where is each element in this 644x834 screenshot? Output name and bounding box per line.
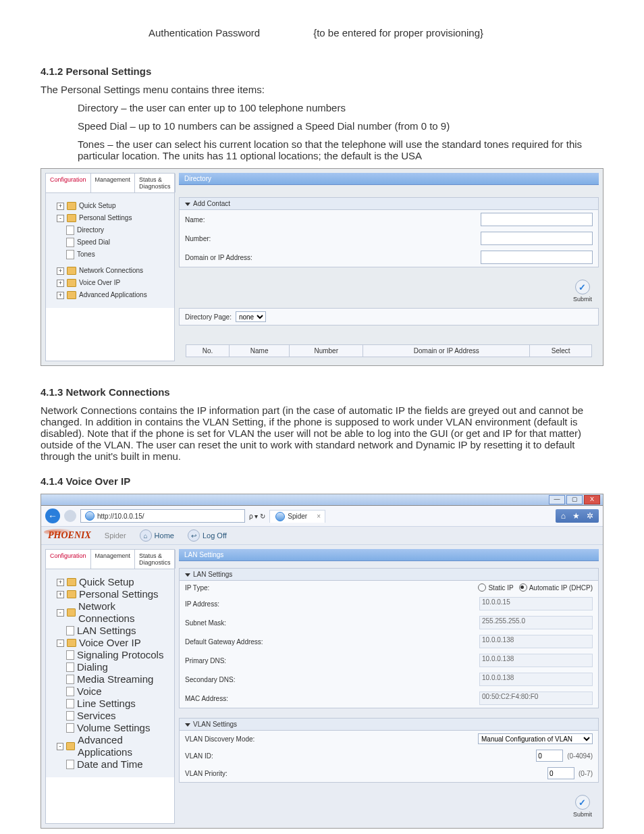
number-input[interactable] — [481, 232, 593, 245]
tree-label: Directory — [77, 224, 104, 236]
vlan-id-input[interactable] — [536, 750, 563, 762]
tree-speed-dial[interactable]: Speed Dial — [66, 236, 170, 249]
collapse-icon[interactable]: - — [57, 640, 64, 647]
row-ip: IP Address:10.0.0.15 — [180, 594, 598, 613]
submit-button[interactable]: ✓Submit — [573, 280, 592, 303]
expand-icon[interactable]: + — [57, 591, 64, 598]
close-tab-icon[interactable]: × — [317, 513, 321, 520]
tools-icon[interactable]: ✲ — [587, 511, 593, 521]
tree-line-settings[interactable]: Line Settings — [66, 698, 170, 710]
tree-voip[interactable]: -Voice Over IP — [57, 637, 170, 649]
tree-label: Quick Setup — [79, 576, 134, 588]
collapse-icon[interactable]: - — [57, 743, 63, 750]
tab-configuration[interactable]: Configuration — [46, 550, 91, 569]
head-label: VLAN Settings — [193, 721, 237, 728]
row-vlan-mode: VLAN Discovery Mode: Manual Configuratio… — [180, 731, 598, 747]
back-button[interactable]: ← — [45, 509, 60, 523]
search-refresh-icons[interactable]: ρ ▾ ↻ — [249, 513, 265, 520]
tab-configuration[interactable]: Configuration — [46, 174, 91, 192]
dhcp-radio[interactable] — [519, 583, 527, 592]
expand-icon[interactable]: + — [57, 280, 64, 287]
domain-label: Domain or IP Address: — [185, 254, 290, 261]
page-icon — [66, 675, 74, 684]
vlan-mode-select[interactable]: Manual Configuration of VLAN — [478, 733, 593, 744]
maximize-button[interactable]: ▢ — [566, 495, 583, 504]
tree-personal-settings[interactable]: +Personal Settings — [57, 588, 170, 600]
collapse-icon[interactable]: - — [57, 609, 64, 617]
tab-status[interactable]: Status & Diagnostics — [135, 550, 176, 569]
tab-management[interactable]: Management — [91, 174, 136, 192]
page-icon — [66, 226, 74, 235]
tree-dialing[interactable]: Dialing — [66, 661, 170, 673]
tree-volume-settings[interactable]: Volume Settings — [66, 722, 170, 734]
name-input[interactable] — [481, 213, 593, 226]
tree-label: Advanced Applications — [79, 289, 147, 301]
page-icon — [66, 662, 74, 672]
sidebar: Configuration Management Status & Diagno… — [45, 173, 175, 361]
vlan-prio-label: VLAN Priority: — [185, 770, 290, 777]
submit-area: ✓Submit — [179, 277, 599, 308]
url-field[interactable]: http://10.0.0.15/ — [80, 509, 245, 523]
submit-label: Submit — [573, 296, 592, 303]
favorites-icon[interactable]: ★ — [572, 511, 580, 521]
expand-icon[interactable]: + — [57, 579, 64, 586]
page-icon — [66, 250, 74, 259]
forward-button[interactable] — [64, 510, 76, 522]
tree-advanced-applications[interactable]: +Advanced Applications — [57, 289, 170, 301]
row-vlan-id: VLAN ID: (0-4094) — [180, 747, 598, 764]
lan-head: LAN Settings — [180, 569, 598, 581]
tree-directory[interactable]: Directory — [66, 224, 170, 236]
section-414-title: 4.1.4 Voice Over IP — [41, 475, 603, 487]
bullet-speed-dial: Speed Dial – up to 10 numbers can be ass… — [78, 120, 603, 132]
tree-services[interactable]: Services — [66, 710, 170, 722]
ie-icon — [85, 511, 95, 521]
tree-voice[interactable]: Voice — [66, 685, 170, 698]
iptype-label: IP Type: — [185, 584, 290, 592]
logoff-link[interactable]: ↩Log Off — [188, 529, 227, 542]
tree-media-streaming[interactable]: Media Streaming — [66, 673, 170, 685]
tab-management[interactable]: Management — [91, 550, 136, 569]
close-button[interactable]: X — [584, 495, 600, 504]
tree-network-connections[interactable]: -Network Connections — [57, 600, 170, 625]
home-icon: ⌂ — [140, 529, 152, 542]
bullet-directory: Directory – the user can enter up to 100… — [78, 102, 603, 113]
vlan-settings-panel: VLAN Settings VLAN Discovery Mode: Manua… — [179, 718, 599, 783]
tree-voip[interactable]: +Voice Over IP — [57, 277, 170, 289]
panel-title: Directory — [179, 173, 599, 185]
expand-icon[interactable]: + — [57, 292, 64, 299]
sidebar-tabs: Configuration Management Status & Diagno… — [46, 174, 174, 193]
folder-icon — [67, 202, 76, 210]
sidebar-tabs: Configuration Management Status & Diagno… — [46, 550, 174, 569]
browser-tab[interactable]: Spider× — [269, 510, 325, 523]
tree-label: Signaling Protocols — [77, 649, 163, 661]
row-dns2: Secondary DNS:10.0.0.138 — [180, 670, 598, 689]
expand-icon[interactable]: + — [57, 203, 64, 210]
tree-signaling[interactable]: Signaling Protocols — [66, 649, 170, 661]
submit-button[interactable]: ✓Submit — [573, 795, 592, 818]
static-ip-radio[interactable] — [478, 583, 486, 592]
tree-label: LAN Settings — [77, 625, 136, 637]
collapse-icon[interactable]: - — [57, 215, 64, 222]
expand-icon[interactable]: + — [57, 267, 64, 275]
col-select: Select — [530, 345, 592, 357]
phoenix-logo: PHOENIX — [48, 530, 91, 541]
tab-status[interactable]: Status & Diagnostics — [135, 174, 176, 192]
home-icon[interactable]: ⌂ — [561, 511, 566, 521]
tree-advanced-applications[interactable]: -Advanced Applications — [57, 734, 170, 758]
tree-tones[interactable]: Tones — [66, 249, 170, 261]
tree-network-connections[interactable]: +Network Connections — [57, 265, 170, 277]
tree-label: Network Connections — [79, 265, 143, 277]
panel-title: LAN Settings — [179, 549, 599, 561]
tree-quick-setup[interactable]: +Quick Setup — [57, 576, 170, 588]
vlan-priority-input[interactable] — [547, 767, 574, 779]
tree-personal-settings[interactable]: -Personal Settings — [57, 212, 170, 224]
screenshot-directory: Configuration Management Status & Diagno… — [41, 168, 603, 366]
dir-page-select[interactable]: none — [236, 311, 266, 322]
tree-date-time[interactable]: Date and Time — [66, 758, 170, 771]
home-link[interactable]: ⌂Home — [140, 529, 174, 542]
gw-value: 10.0.0.138 — [479, 635, 593, 648]
minimize-button[interactable]: — — [549, 495, 565, 504]
tree-quick-setup[interactable]: +Quick Setup — [57, 200, 170, 212]
domain-input[interactable] — [481, 251, 593, 264]
tree-lan-settings[interactable]: LAN Settings — [66, 625, 170, 637]
